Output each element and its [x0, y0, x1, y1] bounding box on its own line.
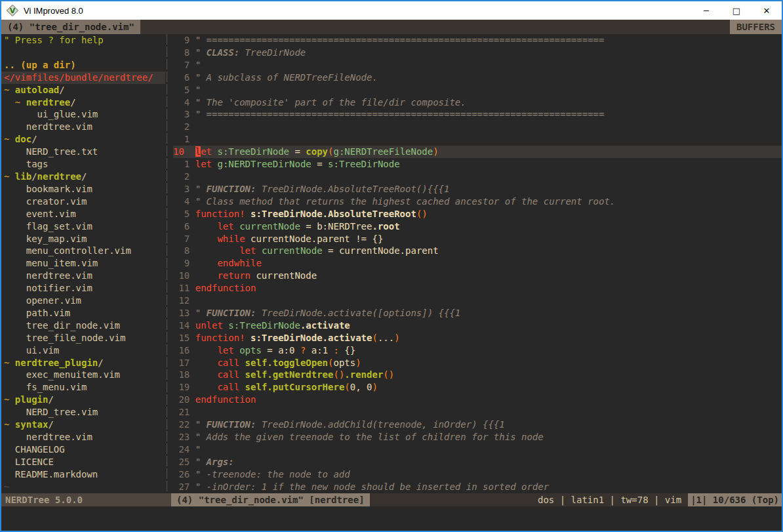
line-number: 15: [173, 333, 195, 343]
line-number: 3: [173, 184, 195, 194]
tree-file[interactable]: ui_glue.vim: [1, 108, 165, 121]
line-number: 1: [173, 134, 195, 144]
tree-file[interactable]: flag_set.vim: [1, 220, 165, 233]
code-line[interactable]: 20 endfunction: [173, 394, 782, 406]
tree-file[interactable]: menu_controller.vim: [1, 245, 165, 257]
code-line[interactable]: 7 while currentNode.parent != {}: [173, 233, 782, 245]
code-line[interactable]: 9 " ====================================…: [173, 34, 782, 47]
line-number: 8: [173, 47, 195, 58]
code-line[interactable]: 4 " Class method that returns the highes…: [173, 195, 782, 208]
nerdtree-panel[interactable]: " Press ? for help.. (up a dir)</vimfile…: [1, 34, 165, 493]
code-line[interactable]: 17 call self.toggleOpen(opts): [173, 357, 782, 369]
code-line[interactable]: 1: [173, 133, 782, 146]
tree-file[interactable]: ui.vim: [1, 344, 165, 357]
status-line: NERDTree 5.0.0 (4) "tree_dir_node.vim" […: [1, 493, 782, 506]
tree-dir[interactable]: ~ syntax/: [1, 419, 165, 431]
maximize-button[interactable]: □: [721, 1, 752, 20]
line-number: 7: [173, 234, 195, 244]
code-line[interactable]: 10 return currentNode: [173, 270, 782, 282]
tree-dir[interactable]: ~ doc/: [1, 133, 165, 146]
tree-file[interactable]: tree_file_node.vim: [1, 332, 165, 344]
code-line[interactable]: 24 ": [173, 443, 782, 456]
code-line[interactable]: 26 " -treenode: the node to add: [173, 468, 782, 481]
vim-logo-icon[interactable]: V: [7, 5, 18, 16]
code-line[interactable]: 8 " CLASS: TreeDirNode: [173, 47, 782, 59]
tree-file[interactable]: NERD_tree.vim: [1, 406, 165, 419]
tree-dir[interactable]: ~ autoload/: [1, 84, 165, 96]
code-line[interactable]: 23 " Adds the given treenode to the list…: [173, 431, 782, 443]
tree-dir[interactable]: ~ lib/nerdtree/: [1, 171, 165, 183]
code-line[interactable]: 6 " A subclass of NERDTreeFileNode.: [173, 72, 782, 84]
tree-file[interactable]: menu_item.vim: [1, 257, 165, 270]
tab-tree-dir-node[interactable]: (4) "tree_dir_node.vim": [1, 20, 140, 34]
code-line[interactable]: 19 call self.putCursorHere(0, 0): [173, 381, 782, 394]
tree-file[interactable]: exec_menuitem.vim: [1, 369, 165, 381]
tree-file[interactable]: bookmark.vim: [1, 183, 165, 195]
tree-file[interactable]: LICENCE: [1, 456, 165, 468]
root-path[interactable]: </vimfiles/bundle/nerdtree/: [1, 72, 165, 84]
code-line[interactable]: 4 " The 'composite' part of the file/dir…: [173, 96, 782, 109]
code-line[interactable]: 25 " Args:: [173, 456, 782, 468]
code-line[interactable]: 3 " FUNCTION: TreeDirNode.AbsoluteTreeRo…: [173, 183, 782, 195]
tree-file[interactable]: nerdtree.vim: [1, 121, 165, 133]
code-line[interactable]: 21: [173, 406, 782, 419]
window-split-separator[interactable]: [165, 34, 171, 493]
tree-dir[interactable]: ~ nerdtree/: [1, 96, 165, 109]
code-line[interactable]: 22 " FUNCTION: TreeDirNode.addChild(tree…: [173, 419, 782, 431]
code-line[interactable]: 5 function! s:TreeDirNode.AbsoluteTreeRo…: [173, 208, 782, 220]
main-area: " Press ? for help.. (up a dir)</vimfile…: [1, 34, 782, 493]
tree-file[interactable]: path.vim: [1, 307, 165, 319]
tree-file[interactable]: CHANGELOG: [1, 443, 165, 456]
code-line[interactable]: 15 function! s:TreeDirNode.activate(...): [173, 332, 782, 344]
line-number: 6: [173, 72, 195, 83]
tree-file[interactable]: event.vim: [1, 208, 165, 220]
command-line[interactable]: [1, 506, 782, 531]
code-line[interactable]: 11 endfunction: [173, 282, 782, 295]
line-number: 22: [173, 419, 195, 430]
line-number: 26: [173, 469, 195, 480]
code-line[interactable]: 1 let g:NERDTreeDirNode = s:TreeDirNode: [173, 158, 782, 171]
line-number: 4: [173, 97, 195, 108]
code-line[interactable]: 2: [173, 171, 782, 183]
code-line[interactable]: 2: [173, 121, 782, 133]
code-line[interactable]: 8 let currentNode = currentNode.parent: [173, 245, 782, 257]
line-number: 21: [173, 407, 195, 417]
tree-file[interactable]: fs_menu.vim: [1, 381, 165, 394]
tree-file[interactable]: notifier.vim: [1, 282, 165, 295]
tree-file[interactable]: README.markdown: [1, 468, 165, 481]
code-line[interactable]: 13 " FUNCTION: TreeDirNode.activate([opt…: [173, 307, 782, 319]
tree-file[interactable]: nerdtree.vim: [1, 431, 165, 443]
statusline-flags: dos | latin1 | tw=78 | vim: [531, 493, 688, 506]
minimize-button[interactable]: ─: [691, 1, 721, 20]
tree-file[interactable]: opener.vim: [1, 295, 165, 307]
code-line[interactable]: 12: [173, 295, 782, 307]
tree-dir[interactable]: ~ nerdtree_plugin/: [1, 357, 165, 369]
code-line[interactable]: 7 ": [173, 59, 782, 72]
tree-dir[interactable]: ~ plugin/: [1, 394, 165, 406]
code-line[interactable]: 5 ": [173, 84, 782, 96]
tree-file[interactable]: tags: [1, 158, 165, 171]
line-number: 16: [173, 345, 195, 356]
up-dir-item[interactable]: .. (up a dir): [1, 59, 165, 72]
line-number: 10: [173, 270, 195, 281]
code-line[interactable]: 9 endwhile: [173, 257, 782, 270]
tree-file[interactable]: nerdtree.vim: [1, 270, 165, 282]
line-number: 6: [173, 221, 195, 232]
code-line[interactable]: 14 unlet s:TreeDirNode.activate: [173, 319, 782, 332]
tree-file[interactable]: key_map.vim: [1, 233, 165, 245]
line-number: 1: [173, 159, 195, 169]
tree-file[interactable]: tree_dir_node.vim: [1, 319, 165, 332]
line-number: 7: [173, 60, 195, 70]
close-button[interactable]: ✕: [752, 1, 782, 20]
code-line[interactable]: 6 let currentNode = b:NERDTree.root: [173, 220, 782, 233]
nerdtree-status-segment: NERDTree 5.0.0: [1, 493, 171, 506]
code-line[interactable]: 3 " ====================================…: [173, 108, 782, 121]
code-line[interactable]: 27 " -inOrder: 1 if the new node should …: [173, 481, 782, 493]
code-line-current[interactable]: 10 let s:TreeDirNode = copy(g:NERDTreeFi…: [173, 146, 782, 158]
tree-file[interactable]: NERD_tree.txt: [1, 146, 165, 158]
line-number: 12: [173, 295, 195, 306]
code-line[interactable]: 16 let opts = a:0 ? a:1 : {}: [173, 344, 782, 357]
code-line[interactable]: 18 call self.getNerdtree().render(): [173, 369, 782, 381]
code-editor[interactable]: 9 " ====================================…: [171, 34, 782, 493]
tree-file[interactable]: creator.vim: [1, 195, 165, 208]
